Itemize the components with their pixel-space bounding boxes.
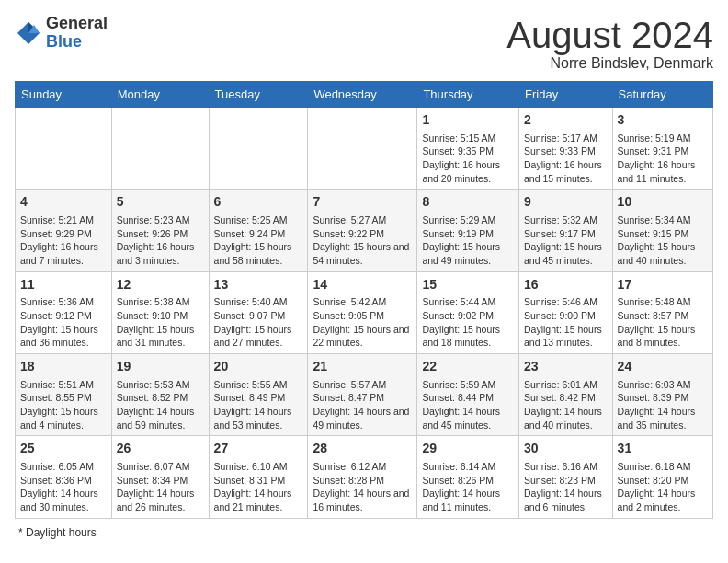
calendar-cell: 9Sunrise: 5:32 AM Sunset: 9:17 PM Daylig… [519, 190, 613, 271]
calendar-cell: 4Sunrise: 5:21 AM Sunset: 9:29 PM Daylig… [16, 190, 112, 271]
day-number: 3 [618, 111, 708, 130]
day-of-week-header: Thursday [417, 82, 519, 108]
day-info: Sunrise: 5:55 AM Sunset: 8:49 PM Dayligh… [214, 378, 303, 432]
day-info: Sunrise: 5:29 AM Sunset: 9:19 PM Dayligh… [422, 213, 514, 268]
day-number: 31 [618, 440, 708, 458]
day-info: Sunrise: 5:53 AM Sunset: 8:52 PM Dayligh… [117, 378, 204, 432]
day-number: 2 [524, 111, 608, 130]
calendar-cell: 21Sunrise: 5:57 AM Sunset: 8:47 PM Dayli… [308, 354, 417, 436]
day-number: 25 [20, 440, 107, 458]
calendar-cell: 1Sunrise: 5:15 AM Sunset: 9:35 PM Daylig… [417, 108, 519, 190]
day-info: Sunrise: 5:19 AM Sunset: 9:31 PM Dayligh… [618, 132, 708, 186]
day-of-week-header: Friday [519, 82, 613, 108]
day-info: Sunrise: 6:07 AM Sunset: 8:34 PM Dayligh… [117, 460, 204, 514]
day-of-week-header: Wednesday [308, 82, 417, 108]
day-of-week-header: Tuesday [209, 82, 308, 108]
day-info: Sunrise: 5:36 AM Sunset: 9:12 PM Dayligh… [20, 295, 107, 350]
calendar-cell: 28Sunrise: 6:12 AM Sunset: 8:28 PM Dayli… [308, 436, 417, 518]
day-number: 20 [214, 358, 303, 376]
calendar-week-row: 11Sunrise: 5:36 AM Sunset: 9:12 PM Dayli… [16, 271, 713, 353]
day-info: Sunrise: 5:57 AM Sunset: 8:47 PM Dayligh… [313, 378, 412, 432]
day-info: Sunrise: 5:38 AM Sunset: 9:10 PM Dayligh… [117, 295, 204, 350]
logo: General Blue [15, 15, 108, 52]
calendar-cell: 20Sunrise: 5:55 AM Sunset: 8:49 PM Dayli… [209, 354, 308, 436]
day-number: 24 [618, 358, 708, 376]
calendar-cell: 26Sunrise: 6:07 AM Sunset: 8:34 PM Dayli… [111, 436, 209, 518]
calendar-week-row: 1Sunrise: 5:15 AM Sunset: 9:35 PM Daylig… [16, 108, 713, 190]
calendar-cell [16, 108, 112, 190]
calendar-week-row: 4Sunrise: 5:21 AM Sunset: 9:29 PM Daylig… [16, 190, 713, 271]
day-number: 16 [524, 276, 608, 294]
day-info: Sunrise: 5:15 AM Sunset: 9:35 PM Dayligh… [422, 132, 514, 186]
day-info: Sunrise: 5:40 AM Sunset: 9:07 PM Dayligh… [214, 295, 303, 350]
header: General Blue August 2024 Norre Bindslev,… [15, 15, 713, 72]
day-info: Sunrise: 5:42 AM Sunset: 9:05 PM Dayligh… [313, 295, 412, 350]
calendar-cell: 17Sunrise: 5:48 AM Sunset: 8:57 PM Dayli… [612, 271, 712, 353]
calendar-cell: 31Sunrise: 6:18 AM Sunset: 8:20 PM Dayli… [612, 436, 712, 518]
day-info: Sunrise: 6:01 AM Sunset: 8:42 PM Dayligh… [524, 378, 608, 432]
day-info: Sunrise: 5:25 AM Sunset: 9:24 PM Dayligh… [214, 213, 303, 268]
day-info: Sunrise: 5:48 AM Sunset: 8:57 PM Dayligh… [618, 295, 708, 350]
day-header-row: SundayMondayTuesdayWednesdayThursdayFrid… [16, 82, 713, 108]
calendar-cell: 7Sunrise: 5:27 AM Sunset: 9:22 PM Daylig… [308, 190, 417, 271]
calendar-cell: 15Sunrise: 5:44 AM Sunset: 9:02 PM Dayli… [417, 271, 519, 353]
day-info: Sunrise: 6:10 AM Sunset: 8:31 PM Dayligh… [214, 460, 303, 514]
calendar-cell: 27Sunrise: 6:10 AM Sunset: 8:31 PM Dayli… [209, 436, 308, 518]
day-info: Sunrise: 5:51 AM Sunset: 8:55 PM Dayligh… [20, 378, 107, 432]
day-of-week-header: Sunday [16, 82, 112, 108]
calendar-table: SundayMondayTuesdayWednesdayThursdayFrid… [15, 81, 713, 519]
calendar-cell: 22Sunrise: 5:59 AM Sunset: 8:44 PM Dayli… [417, 354, 519, 436]
calendar-cell: 16Sunrise: 5:46 AM Sunset: 9:00 PM Dayli… [519, 271, 613, 353]
day-number: 17 [618, 276, 708, 294]
day-info: Sunrise: 6:18 AM Sunset: 8:20 PM Dayligh… [618, 460, 708, 514]
day-number: 8 [422, 193, 514, 212]
day-number: 15 [422, 276, 514, 294]
day-info: Sunrise: 6:03 AM Sunset: 8:39 PM Dayligh… [618, 378, 708, 432]
day-number: 27 [214, 440, 303, 458]
day-number: 21 [313, 358, 412, 376]
day-of-week-header: Saturday [612, 82, 712, 108]
day-info: Sunrise: 6:12 AM Sunset: 8:28 PM Dayligh… [313, 460, 412, 514]
calendar-cell [111, 108, 209, 190]
day-number: 19 [117, 358, 204, 376]
day-number: 1 [422, 111, 514, 130]
month-title: August 2024 [506, 15, 713, 55]
calendar-cell: 12Sunrise: 5:38 AM Sunset: 9:10 PM Dayli… [111, 271, 209, 353]
day-number: 28 [313, 440, 412, 458]
day-info: Sunrise: 5:32 AM Sunset: 9:17 PM Dayligh… [524, 213, 608, 268]
calendar-cell: 11Sunrise: 5:36 AM Sunset: 9:12 PM Dayli… [16, 271, 112, 353]
day-info: Sunrise: 6:16 AM Sunset: 8:23 PM Dayligh… [524, 460, 608, 514]
day-info: Sunrise: 5:59 AM Sunset: 8:44 PM Dayligh… [422, 378, 514, 432]
day-number: 9 [524, 193, 608, 212]
day-info: Sunrise: 5:44 AM Sunset: 9:02 PM Dayligh… [422, 295, 514, 350]
calendar-cell: 29Sunrise: 6:14 AM Sunset: 8:26 PM Dayli… [417, 436, 519, 518]
calendar-cell [209, 108, 308, 190]
day-number: 5 [117, 193, 204, 212]
day-number: 14 [313, 276, 412, 294]
day-number: 6 [214, 193, 303, 212]
day-info: Sunrise: 5:46 AM Sunset: 9:00 PM Dayligh… [524, 295, 608, 350]
calendar-cell: 24Sunrise: 6:03 AM Sunset: 8:39 PM Dayli… [612, 354, 712, 436]
day-number: 12 [117, 276, 204, 294]
day-info: Sunrise: 5:21 AM Sunset: 9:29 PM Dayligh… [20, 213, 107, 268]
calendar-week-row: 25Sunrise: 6:05 AM Sunset: 8:36 PM Dayli… [16, 436, 713, 518]
calendar-cell: 8Sunrise: 5:29 AM Sunset: 9:19 PM Daylig… [417, 190, 519, 271]
calendar-cell: 3Sunrise: 5:19 AM Sunset: 9:31 PM Daylig… [612, 108, 712, 190]
day-number: 11 [20, 276, 107, 294]
footer-note: * Daylight hours [15, 526, 713, 539]
day-number: 30 [524, 440, 608, 458]
calendar-cell: 6Sunrise: 5:25 AM Sunset: 9:24 PM Daylig… [209, 190, 308, 271]
calendar-cell [308, 108, 417, 190]
day-number: 4 [20, 193, 107, 212]
day-info: Sunrise: 5:27 AM Sunset: 9:22 PM Dayligh… [313, 213, 412, 268]
calendar-cell: 10Sunrise: 5:34 AM Sunset: 9:15 PM Dayli… [612, 190, 712, 271]
day-number: 7 [313, 193, 412, 212]
day-number: 26 [117, 440, 204, 458]
calendar-cell: 13Sunrise: 5:40 AM Sunset: 9:07 PM Dayli… [209, 271, 308, 353]
calendar-week-row: 18Sunrise: 5:51 AM Sunset: 8:55 PM Dayli… [16, 354, 713, 436]
day-number: 10 [618, 193, 708, 212]
day-info: Sunrise: 6:05 AM Sunset: 8:36 PM Dayligh… [20, 460, 107, 514]
logo-icon [15, 19, 42, 47]
subtitle: Norre Bindslev, Denmark [506, 55, 713, 72]
calendar-cell: 14Sunrise: 5:42 AM Sunset: 9:05 PM Dayli… [308, 271, 417, 353]
